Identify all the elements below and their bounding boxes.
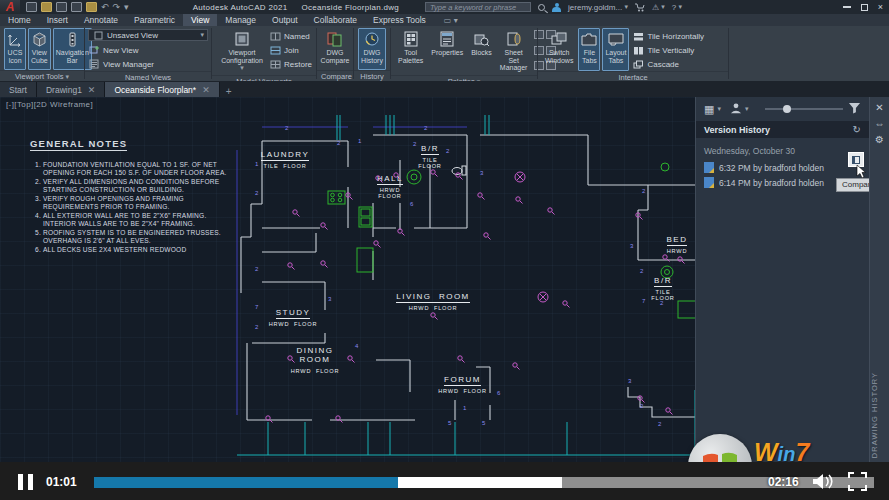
new-tab-button[interactable]: + [226,86,232,97]
qat-customize-caret-icon[interactable]: ▾ [124,2,129,12]
time-range-slider[interactable] [765,108,843,110]
panel-label-viewport-tools[interactable]: Viewport Tools ▾ [0,70,84,81]
panel-header: Version History ↻ [696,121,869,138]
app-store-cart-icon[interactable] [635,3,645,12]
room-label-laundry: LAUNDRY TILE FLOOR [240,143,330,169]
menu-tab-collaborate[interactable]: Collaborate [306,14,365,26]
signed-in-user[interactable]: jeremy.goldm... ▾ [568,3,628,12]
menu-tab-insert[interactable]: Insert [39,14,76,26]
close-palette-icon[interactable]: ✕ [870,102,889,113]
dropdown-caret-icon: ▾ [66,73,70,80]
view-mode-grid-icon[interactable]: ▦ [704,104,714,115]
layout-tabs-icon [608,31,624,47]
ribbon-display-toggle-icon[interactable]: ▭ ▾ [444,16,458,25]
refresh-icon[interactable]: ↻ [853,124,861,135]
restore-viewports-button[interactable]: Restore [269,57,313,71]
svg-text:6: 6 [497,390,501,396]
menu-tab-express-tools[interactable]: Express Tools [365,14,434,26]
pause-button[interactable] [18,474,33,490]
save-icon[interactable] [56,2,67,12]
autocad-logo-icon[interactable]: A [0,0,20,14]
close-tab-icon[interactable]: ✕ [202,85,210,95]
note-item: ALL EXTERIOR WALL ARE TO BE 2"X6" FRAMIN… [43,212,232,228]
new-view-button[interactable]: New View [88,43,208,57]
view-manager-button[interactable]: View Manager [88,57,208,71]
menu-tab-view[interactable]: View [183,14,217,26]
view-dropdown[interactable]: Unsaved View ▾ [88,29,208,41]
view-manager-icon [88,58,100,70]
tile-vertically-button[interactable]: Tile Vertically [632,43,725,57]
filter-funnel-icon[interactable] [848,102,861,116]
dwg-version-icon [704,162,714,173]
layout-tabs-button[interactable]: Layout Tabs [602,28,629,71]
named-viewports-button[interactable]: Named [269,29,313,43]
save-as-icon[interactable] [71,2,82,12]
viewport-controls-label[interactable]: [-][Top][2D Wireframe] [6,100,93,109]
duration: 02:16 [768,475,799,489]
volume-icon[interactable] [812,473,836,490]
file-tab-start[interactable]: Start [0,82,37,97]
open-file-icon[interactable] [41,2,52,12]
blocks-button[interactable]: Blocks [468,28,495,75]
menu-tab-annotate[interactable]: Annotate [76,14,126,26]
menu-tab-parametric[interactable]: Parametric [126,14,183,26]
fullscreen-icon[interactable] [848,472,867,491]
new-file-icon[interactable] [26,2,37,12]
alerts-icon[interactable]: ⚠ ▾ [652,3,665,12]
search-input[interactable]: Type a keyword or phrase [425,2,531,12]
palette-vertical-title: DRAWING HISTORY [870,372,889,458]
version-entry[interactable]: 6:32 PM by bradford holden [696,160,869,175]
help-icon[interactable]: ? ▾ [672,3,682,12]
cascade-button[interactable]: Cascade [632,57,725,71]
panel-history: DWG History History [354,26,390,81]
dwg-compare-button[interactable]: DWG Compare [318,28,353,70]
minimize-button[interactable] [843,6,851,8]
file-tab-oceanside[interactable]: Oceanside Floorplan*✕ [105,82,219,97]
ucs-icon-button[interactable]: UCS Icon [4,28,26,70]
restore-button[interactable] [861,4,868,11]
panel-label-history: History [354,70,390,81]
close-tab-icon[interactable]: ✕ [88,85,96,95]
properties-button[interactable]: Properties [428,28,466,75]
dropdown-caret-icon: ▾ [717,105,721,113]
compare-icon [852,156,860,164]
room-label-br-top: B/R TILE FLOOR [405,137,455,169]
search-icon[interactable] [538,4,545,11]
dwg-history-button[interactable]: DWG History [358,28,386,70]
join-viewports-button[interactable]: Join [269,43,313,57]
palette-settings-gear-icon[interactable]: ⚙ [870,134,889,145]
file-tab-drawing1[interactable]: Drawing1✕ [37,82,105,97]
undo-icon[interactable]: ↶ [101,2,109,12]
tool-palettes-icon [403,31,419,47]
tool-palettes-button[interactable]: Tool Palettes [395,28,426,75]
drawing-canvas[interactable]: [-][Top][2D Wireframe] GENERAL NOTES FOU… [0,97,695,462]
view-cube-button[interactable]: View Cube [28,28,51,70]
redo-icon[interactable]: ↷ [113,2,121,12]
panel-palettes: Tool Palettes Properties Blocks Sheet Se… [391,26,537,81]
viewport-config-icon [234,31,250,47]
progress-bar[interactable] [94,477,874,488]
new-view-icon [88,44,100,56]
viewport-configuration-button[interactable]: Viewport Configuration ▾ [216,28,268,75]
sheet-set-manager-button[interactable]: Sheet Set Manager [497,28,531,75]
dropdown-caret-icon: ▾ [200,31,204,39]
tile-horizontal-icon [632,30,644,42]
tile-horizontally-button[interactable]: Tile Horizontally [632,29,725,43]
svg-text:5: 5 [482,420,486,426]
menu-tab-home[interactable]: Home [0,14,39,26]
menu-tab-manage[interactable]: Manage [217,14,264,26]
user-avatar-icon[interactable] [552,3,561,12]
switch-windows-button[interactable]: Switch Windows [542,28,576,71]
current-time: 01:01 [46,475,77,489]
user-filter-icon[interactable] [730,102,742,116]
slider-handle[interactable] [783,105,791,113]
file-tabs-button[interactable]: File Tabs [578,28,600,71]
auto-hide-icon[interactable]: ⇔ [870,118,889,129]
sheet-set-icon [506,31,522,47]
svg-text:1: 1 [463,405,467,411]
general-notes-title: GENERAL NOTES [30,138,127,151]
menu-tab-output[interactable]: Output [264,14,306,26]
close-button[interactable]: × [878,2,883,12]
panel-toolbar: ▦ ▾ ▾ [696,97,869,121]
plot-icon[interactable] [86,2,97,12]
